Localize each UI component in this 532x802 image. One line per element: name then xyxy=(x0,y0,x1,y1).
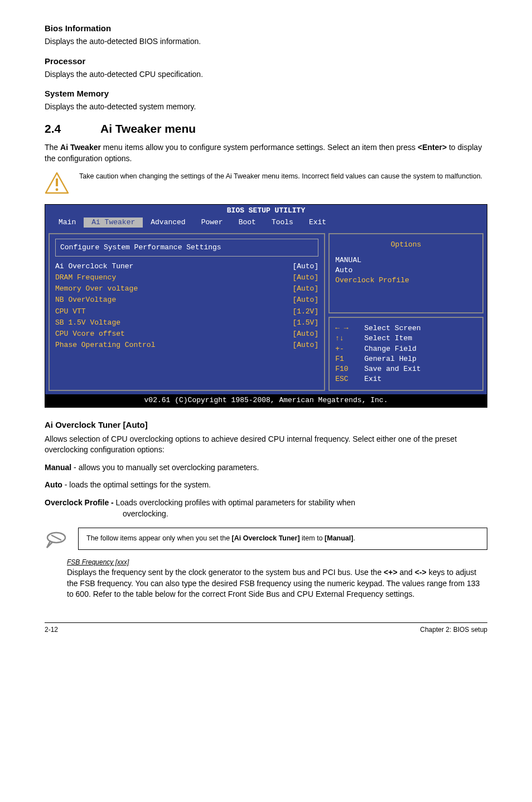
text-system-memory: Displays the auto-detected system memory… xyxy=(45,102,487,113)
help-label: General Help xyxy=(364,354,417,364)
fsb-p2: and xyxy=(398,568,415,577)
heading-system-memory: System Memory xyxy=(45,88,487,99)
bios-title: BIOS SETUP UTILITY xyxy=(45,205,487,217)
row-label: Phase Operating Control xyxy=(55,340,155,350)
overclock-manual-t: - allows you to manually set overclockin… xyxy=(71,463,259,472)
fsb-text: Displays the frequency sent by the clock… xyxy=(67,567,487,600)
overclock-desc: Allows selection of CPU overclocking opt… xyxy=(45,434,487,456)
row-value: [1.5V] xyxy=(292,318,318,328)
caution-text: Take caution when changing the settings … xyxy=(79,172,487,182)
help-key: ← → xyxy=(335,323,364,334)
section-number: 2.4 xyxy=(45,120,100,137)
bios-options-pane: Options MANUAL Auto Overclock Profile xyxy=(328,233,483,314)
note-callout: The follow items appear only when you se… xyxy=(45,527,487,550)
row-ai-overclock-tuner[interactable]: Ai Overclock Tuner [Auto] xyxy=(55,261,318,272)
heading-bios-info: Bios Information xyxy=(45,22,487,34)
menu-ai-tweaker[interactable]: Ai Tweaker xyxy=(84,218,143,228)
row-label: SB 1.5V Voltage xyxy=(55,318,120,328)
footer-rule xyxy=(45,622,487,623)
bios-menubar: Main Ai Tweaker Advanced Power Boot Tool… xyxy=(45,218,487,230)
row-phase-operating-control[interactable]: Phase Operating Control [Auto] xyxy=(55,340,318,351)
row-label: CPU Vcore offset xyxy=(55,329,125,339)
heading-processor: Processor xyxy=(45,55,487,67)
overclock-auto: Auto - loads the optimal settings for th… xyxy=(45,480,487,491)
fsb-b1: <+> xyxy=(384,568,398,577)
row-dram-frequency[interactable]: DRAM Frequency [Auto] xyxy=(55,272,318,283)
option-overclock-profile[interactable]: Overclock Profile xyxy=(335,276,477,286)
row-label: DRAM Frequency xyxy=(55,273,116,283)
intro-paragraph: The Ai Tweaker menu items allow you to c… xyxy=(45,142,487,164)
menu-power[interactable]: Power xyxy=(194,218,231,228)
help-label: Exit xyxy=(364,374,381,384)
note-p3: . xyxy=(353,534,355,542)
help-general-help: F1General Help xyxy=(335,354,477,364)
row-cpu-vcore-offset[interactable]: CPU Vcore offset [Auto] xyxy=(55,328,318,340)
row-memory-over-voltage[interactable]: Memory Over voltage [Auto] xyxy=(55,283,318,294)
note-box: The follow items appear only when you se… xyxy=(78,528,487,550)
row-value: [Auto] xyxy=(292,295,318,305)
help-key: ESC xyxy=(335,374,364,384)
svg-line-4 xyxy=(52,535,61,540)
option-manual[interactable]: MANUAL xyxy=(335,255,477,265)
caution-callout: Take caution when changing the settings … xyxy=(45,172,487,194)
help-label: Select Screen xyxy=(364,323,420,334)
overclock-manual: Manual - allows you to manually set over… xyxy=(45,462,487,474)
fsb-title: FSB Frequency [xxx] xyxy=(67,558,487,567)
fsb-block: FSB Frequency [xxx] Displays the frequen… xyxy=(67,558,487,600)
overclock-manual-b: Manual xyxy=(45,463,71,472)
row-value: [1.2V] xyxy=(292,307,318,317)
menu-advanced[interactable]: Advanced xyxy=(143,218,193,228)
bios-help-pane: ← →Select Screen ↑↓Select Item +-Change … xyxy=(328,317,483,391)
row-value: [Auto] xyxy=(292,329,318,339)
overclock-profile: Overclock Profile - Loads overclocking p… xyxy=(45,497,487,509)
row-nb-overvoltage[interactable]: NB OverVoltage [Auto] xyxy=(55,294,318,306)
note-p2: item to xyxy=(300,534,325,542)
help-key: +- xyxy=(335,344,364,354)
svg-point-2 xyxy=(56,189,59,191)
help-label: Select Item xyxy=(364,334,412,344)
help-key: F1 xyxy=(335,354,364,364)
menu-boot[interactable]: Boot xyxy=(231,218,264,228)
help-save-exit: F10Save and Exit xyxy=(335,364,477,374)
row-label: NB OverVoltage xyxy=(55,295,116,305)
options-title: Options xyxy=(335,240,477,250)
intro-b2: <Enter> xyxy=(418,143,447,152)
row-label: CPU VTT xyxy=(55,307,86,317)
row-cpu-vtt[interactable]: CPU VTT [1.2V] xyxy=(55,306,318,317)
intro-p1: The xyxy=(45,143,60,152)
menu-tools[interactable]: Tools xyxy=(264,218,301,228)
row-value: [Auto] xyxy=(292,340,318,350)
note-b1: [Ai Overclock Tuner] xyxy=(232,534,300,542)
fsb-p1: Displays the frequency sent by the clock… xyxy=(67,568,384,577)
section-title: Ai Tweaker menu xyxy=(100,122,196,135)
fsb-b2: <-> xyxy=(415,568,427,577)
row-sb-15v-voltage[interactable]: SB 1.5V Voltage [1.5V] xyxy=(55,317,318,328)
help-label: Save and Exit xyxy=(364,364,420,374)
note-p1: The follow items appear only when you se… xyxy=(86,534,232,542)
intro-b1: Ai Tweaker xyxy=(60,143,101,152)
help-label: Change Field xyxy=(364,344,417,354)
overclock-auto-t: - loads the optimal settings for the sys… xyxy=(62,480,211,489)
note-b2: [Manual] xyxy=(325,534,353,542)
option-auto[interactable]: Auto xyxy=(335,265,477,276)
menu-main[interactable]: Main xyxy=(51,218,84,228)
overclock-profile-cont: overclocking. xyxy=(123,509,487,520)
text-processor: Displays the auto-detected CPU specifica… xyxy=(45,69,487,80)
note-icon xyxy=(45,528,68,550)
settings-group-label: Configure System Performance Settings xyxy=(55,239,318,257)
footer-page-num: 2-12 xyxy=(45,625,58,635)
footer-chapter: Chapter 2: BIOS setup xyxy=(420,625,487,635)
row-label: Ai Overclock Tuner xyxy=(55,262,133,272)
bios-footer: v02.61 (C)Copyright 1985-2008, American … xyxy=(45,394,487,407)
bios-left-pane: Configure System Performance Settings Ai… xyxy=(49,233,325,392)
row-value: [Auto] xyxy=(292,284,318,294)
text-bios-info: Displays the auto-detected BIOS informat… xyxy=(45,36,487,47)
overclock-ocp-t1: Loads overclocking profiles with optimal… xyxy=(116,498,356,507)
page-footer: 2-12 Chapter 2: BIOS setup xyxy=(45,625,487,635)
help-select-screen: ← →Select Screen xyxy=(335,323,477,334)
help-exit: ESCExit xyxy=(335,374,477,384)
overclock-ocp-b: Overclock Profile - xyxy=(45,498,116,507)
menu-exit[interactable]: Exit xyxy=(301,218,334,228)
row-label: Memory Over voltage xyxy=(55,284,138,294)
row-value: [Auto] xyxy=(292,262,318,272)
